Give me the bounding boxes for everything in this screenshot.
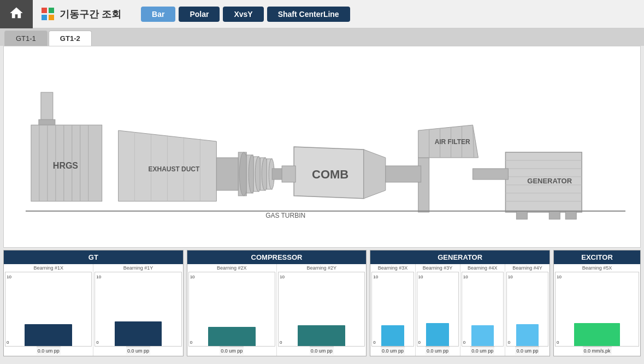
exhaust-duct-label: EXHAUST DUCT xyxy=(149,165,200,173)
scale-bottom-2x: 0 xyxy=(190,340,192,345)
scale-top-1y: 10 xyxy=(96,275,101,279)
bar-container-4y: 10 0 xyxy=(506,272,548,347)
bearing-4y-label: Bearning #4Y xyxy=(512,265,542,271)
svg-rect-30 xyxy=(282,166,296,182)
bar-1x xyxy=(25,324,72,346)
value-3x: 0.0 um pp xyxy=(381,347,405,355)
bar-container-2x: 10 0 xyxy=(188,272,275,347)
tab-gt1-1[interactable]: GT1-1 xyxy=(4,31,48,46)
svg-rect-38 xyxy=(386,166,421,182)
panel-excitor-body: Bearning #5X 10 0 0.0 mm/s.pk xyxy=(554,264,640,356)
value-2y: 0.0 um pp xyxy=(310,347,334,355)
bar-container-2y: 10 0 xyxy=(278,272,365,347)
panel-generator: GENERATOR Bearning #3X 10 0 0.0 um pp Be… xyxy=(370,250,550,356)
bearing-3y-label: Bearning #3Y xyxy=(423,265,453,271)
tab-bar: GT1-1 GT1-2 xyxy=(0,28,644,46)
svg-rect-48 xyxy=(565,211,576,219)
value-5x: 0.0 mm/s.pk xyxy=(583,347,612,355)
logo-grid xyxy=(42,8,54,20)
bearing-col-1x: Bearning #1X 10 0 0.0 um pp xyxy=(4,264,93,356)
svg-rect-47 xyxy=(549,211,560,219)
value-4y: 0.0 um pp xyxy=(515,347,539,355)
nav-bar-button[interactable]: Bar xyxy=(141,7,175,22)
panel-compressor: COMPRESSOR Bearning #2X 10 0 0.0 um pp B… xyxy=(187,250,367,356)
air-filter-label: AIR FILTER xyxy=(435,138,470,146)
main-diagram-area: HRGS EXHAUST DUCT xyxy=(3,46,641,248)
scale-top-2x: 10 xyxy=(190,275,195,279)
bearing-col-4y: Bearning #4Y 10 0 0.0 um pp xyxy=(505,264,550,356)
panel-compressor-header: COMPRESSOR xyxy=(187,250,367,264)
bar-2y xyxy=(298,325,345,346)
scale-bottom-5x: 0 xyxy=(557,340,559,345)
bar-2x xyxy=(208,327,256,346)
comb-label: COMB xyxy=(312,168,348,181)
scale-top-1x: 10 xyxy=(7,275,11,279)
svg-rect-49 xyxy=(473,169,509,180)
bar-container-3x: 10 0 xyxy=(371,272,413,347)
bar-5x xyxy=(574,323,620,346)
nav-shaftcenterline-button[interactable]: Shaft CenterLine xyxy=(267,7,350,22)
scale-top-3x: 10 xyxy=(373,275,378,279)
header-nav: Bar Polar XvsY Shaft CenterLine xyxy=(141,7,350,22)
panel-compressor-body: Bearning #2X 10 0 0.0 um pp Bearning #2Y… xyxy=(187,264,367,356)
bearing-col-5x: Bearning #5X 10 0 0.0 mm/s.pk xyxy=(554,264,640,356)
scale-top-4x: 10 xyxy=(463,275,468,279)
header: 기동구간 조회 Bar Polar XvsY Shaft CenterLine xyxy=(0,0,644,28)
bearing-1y-label: Bearning #1Y xyxy=(123,265,153,271)
scale-top-3y: 10 xyxy=(418,275,423,279)
value-2x: 0.0 um pp xyxy=(220,347,244,355)
scale-top-4y: 10 xyxy=(508,275,513,279)
value-3y: 0.0 um pp xyxy=(426,347,450,355)
bar-container-3y: 10 0 xyxy=(417,272,459,347)
bar-4x xyxy=(471,325,494,346)
bearing-col-4x: Bearning #4X 10 0 0.0 um pp xyxy=(460,264,505,356)
panel-gt-header: GT xyxy=(4,250,183,264)
bar-container-5x: 10 0 xyxy=(555,272,639,347)
scale-bottom-1y: 0 xyxy=(96,340,98,345)
bearing-3x-label: Bearning #3X xyxy=(378,265,408,271)
panel-generator-header: GENERATOR xyxy=(370,250,550,264)
panel-gt: GT Bearning #1X 10 0 0.0 um pp Bearning … xyxy=(3,250,184,356)
bar-3y xyxy=(426,323,448,346)
scale-bottom-1x: 0 xyxy=(7,340,9,345)
turbine-diagram-svg: HRGS EXHAUST DUCT xyxy=(4,46,640,247)
bottom-panels: GT Bearning #1X 10 0 0.0 um pp Bearning … xyxy=(0,250,644,356)
nav-polar-button[interactable]: Polar xyxy=(179,7,220,22)
panel-excitor-header: EXCITOR xyxy=(554,250,640,264)
header-logo: 기동구간 조회 xyxy=(33,8,130,21)
scale-bottom-4y: 0 xyxy=(508,340,510,345)
scale-top-2y: 10 xyxy=(280,275,285,279)
bearing-col-2y: Bearning #2Y 10 0 0.0 um pp xyxy=(277,264,366,356)
bearing-col-1y: Bearning #1Y 10 0 0.0 um pp xyxy=(93,264,182,356)
home-button[interactable] xyxy=(0,0,33,28)
svg-rect-16 xyxy=(216,158,238,190)
scale-bottom-2y: 0 xyxy=(280,340,282,345)
bearing-4x-label: Bearning #4X xyxy=(468,265,498,271)
scale-bottom-3y: 0 xyxy=(418,340,421,345)
bearing-5x-label: Bearning #5X xyxy=(582,265,612,271)
panel-gt-body: Bearning #1X 10 0 0.0 um pp Bearning #1Y… xyxy=(4,264,183,356)
bar-container-4x: 10 0 xyxy=(462,272,504,347)
value-1x: 0.0 um pp xyxy=(37,347,61,355)
gas-turbin-label: GAS TURBIN xyxy=(265,212,305,219)
scale-bottom-3x: 0 xyxy=(373,340,375,345)
home-icon xyxy=(9,5,24,23)
diagram-area: HRGS EXHAUST DUCT xyxy=(4,46,640,247)
tab-gt1-2[interactable]: GT1-2 xyxy=(49,31,92,46)
value-1y: 0.0 um pp xyxy=(126,347,150,355)
bearing-col-3x: Bearning #3X 10 0 0.0 um pp xyxy=(370,264,415,356)
svg-rect-46 xyxy=(516,211,527,219)
hrgs-label: HRGS xyxy=(53,161,78,170)
nav-xvsy-button[interactable]: XvsY xyxy=(223,7,263,22)
bar-container-1x: 10 0 xyxy=(5,272,92,347)
bearing-2y-label: Bearning #2Y xyxy=(306,265,336,271)
bar-3x xyxy=(381,325,404,346)
scale-bottom-4x: 0 xyxy=(463,340,465,345)
bearing-1x-label: Bearning #1X xyxy=(33,265,63,271)
generator-label: GENERATOR xyxy=(527,177,572,185)
header-title: 기동구간 조회 xyxy=(60,8,121,21)
bearing-col-2x: Bearning #2X 10 0 0.0 um pp xyxy=(187,264,277,356)
bearing-2x-label: Bearning #2X xyxy=(217,265,247,271)
bar-1y xyxy=(115,321,162,346)
panel-generator-body: Bearning #3X 10 0 0.0 um pp Bearning #3Y… xyxy=(370,264,550,356)
